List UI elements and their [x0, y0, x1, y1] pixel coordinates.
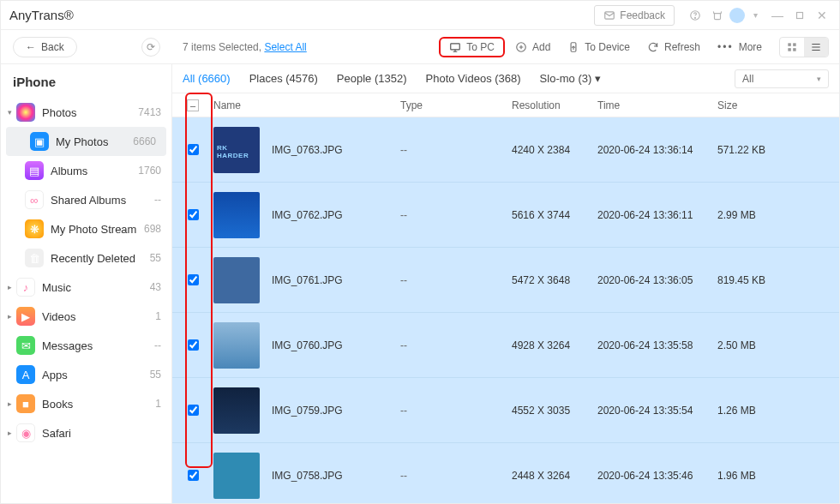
- view-toggle: [779, 37, 829, 57]
- shop-icon[interactable]: [709, 7, 726, 24]
- file-resolution: 4928 X 3264: [512, 339, 597, 351]
- file-time: 2020-06-24 13:35:54: [597, 405, 717, 417]
- avatar[interactable]: [729, 8, 745, 23]
- feedback-button[interactable]: Feedback: [594, 5, 675, 26]
- more-button[interactable]: ••• More: [711, 38, 769, 57]
- file-time: 2020-06-24 13:36:14: [597, 144, 717, 156]
- sidebar-item-my-photos[interactable]: ▣My Photos6660: [6, 127, 166, 156]
- to-device-button[interactable]: To Device: [561, 38, 637, 57]
- messages-icon: ✉: [16, 336, 35, 355]
- table-row[interactable]: IMG_0760.JPG--4928 X 32642020-06-24 13:3…: [172, 313, 839, 378]
- col-time[interactable]: Time: [597, 99, 717, 111]
- help-icon[interactable]: [687, 7, 704, 24]
- thumbnail: [213, 322, 260, 369]
- toolbar: 7 items Selected, Select All To PC Add T…: [172, 37, 839, 57]
- sidebar-item-safari[interactable]: ▸◉Safari: [1, 418, 171, 447]
- row-checkbox[interactable]: [188, 405, 199, 416]
- sidebar-item-messages[interactable]: ✉Messages--: [1, 331, 171, 360]
- row-checkbox[interactable]: [188, 470, 199, 481]
- to-pc-label: To PC: [466, 41, 495, 53]
- row-checkbox[interactable]: [188, 339, 199, 351]
- sidebar-item-label: Safari: [42, 427, 71, 440]
- grid-view-button[interactable]: [780, 38, 804, 57]
- back-button[interactable]: ← Back: [13, 37, 77, 57]
- sidebar: iPhone ▾Photos7413▣My Photos6660▤Albums1…: [1, 64, 172, 503]
- sidebar-item-albums[interactable]: ▤Albums1760: [1, 156, 171, 185]
- file-resolution: 5616 X 3744: [512, 209, 597, 221]
- svg-rect-4: [451, 43, 460, 49]
- sidebar-item-label: Videos: [42, 310, 76, 323]
- refresh-button[interactable]: Refresh: [640, 38, 707, 57]
- main: All (6660)Places (4576)People (1352)Phot…: [172, 64, 839, 503]
- file-size: 2.50 MB: [717, 339, 839, 351]
- tab-slo-mo[interactable]: Slo-mo (3) ▾: [540, 72, 601, 85]
- refresh-icon: [647, 41, 659, 53]
- dots-icon: •••: [717, 41, 734, 53]
- to-pc-icon: [449, 41, 461, 53]
- minimize-icon[interactable]: —: [769, 7, 786, 24]
- sidebar-item-apps[interactable]: AApps55: [1, 360, 171, 389]
- col-name[interactable]: Name: [213, 99, 400, 111]
- expand-icon: ▸: [8, 312, 16, 321]
- back-label: Back: [41, 41, 64, 53]
- sidebar-item-music[interactable]: ▸♪Music43: [1, 273, 171, 302]
- tab-people[interactable]: People (1352): [337, 72, 407, 85]
- to-device-label: To Device: [585, 41, 630, 53]
- sidebar-item-count: 1: [155, 398, 161, 410]
- sidebar-item-books[interactable]: ▸■Books1: [1, 389, 171, 418]
- expand-icon: ▸: [8, 429, 16, 437]
- sidebar-item-shared-albums[interactable]: ∞Shared Albums--: [1, 185, 171, 214]
- select-all-link[interactable]: Select All: [264, 41, 306, 53]
- refresh-label: Refresh: [664, 41, 700, 53]
- refresh-small-button[interactable]: ⟳: [141, 38, 160, 57]
- sidebar-item-label: Apps: [42, 369, 68, 381]
- svg-rect-9: [788, 48, 791, 51]
- table-row[interactable]: IMG_0758.JPG--2448 X 32642020-06-24 13:3…: [172, 443, 839, 503]
- to-pc-button[interactable]: To PC: [439, 37, 505, 57]
- maximize-icon[interactable]: [791, 7, 808, 24]
- file-resolution: 4552 X 3035: [512, 405, 597, 417]
- col-type[interactable]: Type: [400, 99, 512, 111]
- selected-count: 7 items Selected,: [183, 41, 264, 53]
- tab-all[interactable]: All (6660): [183, 72, 231, 85]
- table-row[interactable]: IMG_0761.JPG--5472 X 36482020-06-24 13:3…: [172, 248, 839, 313]
- add-button[interactable]: Add: [508, 38, 557, 57]
- sidebar-item-count: 1: [155, 310, 161, 322]
- sidebar-item-videos[interactable]: ▸▶Videos1: [1, 302, 171, 331]
- close-icon[interactable]: ✕: [813, 7, 831, 24]
- header-checkbox[interactable]: –: [187, 99, 199, 111]
- list-view-button[interactable]: [804, 38, 828, 57]
- sidebar-item-my-photo-stream[interactable]: ❋My Photo Stream698: [1, 214, 171, 243]
- stream-icon: ❋: [25, 219, 44, 238]
- chevron-down-icon[interactable]: ▾: [747, 7, 764, 24]
- file-time: 2020-06-24 13:36:11: [597, 209, 717, 221]
- table-row[interactable]: IMG_0762.JPG--5616 X 37442020-06-24 13:3…: [172, 183, 839, 248]
- shared-icon: ∞: [25, 190, 44, 209]
- sidebar-item-label: Recently Deleted: [51, 252, 135, 265]
- table-row[interactable]: IMG_0759.JPG--4552 X 30352020-06-24 13:3…: [172, 378, 839, 443]
- svg-rect-10: [793, 48, 796, 51]
- row-checkbox[interactable]: [188, 209, 199, 220]
- row-checkbox[interactable]: [188, 274, 199, 285]
- file-size: 1.96 MB: [717, 470, 839, 482]
- tab-photo[interactable]: Photo Videos (368): [426, 72, 521, 85]
- file-time: 2020-06-24 13:35:58: [597, 339, 717, 351]
- sidebar-item-label: Messages: [42, 339, 93, 352]
- file-time: 2020-06-24 13:36:05: [597, 274, 717, 286]
- thumbnail: [213, 453, 260, 499]
- sidebar-item-label: Music: [42, 281, 71, 294]
- svg-point-2: [695, 17, 696, 18]
- filter-dropdown[interactable]: All ▾: [735, 69, 829, 88]
- sidebar-item-label: My Photos: [56, 135, 108, 148]
- col-size[interactable]: Size: [717, 99, 839, 111]
- table-row[interactable]: IMG_0763.JPG--4240 X 23842020-06-24 13:3…: [172, 117, 839, 183]
- col-resolution[interactable]: Resolution: [512, 99, 597, 111]
- sidebar-item-recently-deleted[interactable]: 🗑Recently Deleted55: [1, 243, 171, 273]
- row-checkbox[interactable]: [188, 144, 199, 155]
- file-size: 2.99 MB: [717, 209, 839, 221]
- thumbnail: [213, 192, 260, 238]
- file-type: --: [400, 339, 512, 351]
- tab-places[interactable]: Places (4576): [249, 72, 318, 85]
- sidebar-item-photos[interactable]: ▾Photos7413: [1, 98, 171, 127]
- sidebar-item-label: My Photo Stream: [51, 223, 136, 236]
